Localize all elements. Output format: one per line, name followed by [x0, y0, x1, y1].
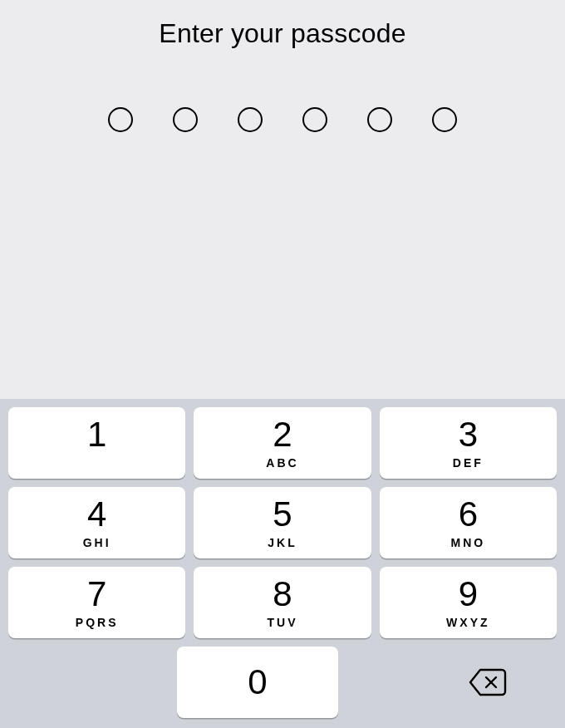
keypad-key-1[interactable]: 1 [8, 407, 185, 479]
keypad-delete-button[interactable] [346, 647, 557, 718]
key-digit: 0 [248, 665, 267, 700]
numeric-keypad: 1 2 ABC 3 DEF 4 GHI 5 JKL 6 MN [0, 399, 565, 728]
keypad-key-6[interactable]: 6 MNO [380, 487, 557, 558]
keypad-row-3: 7 PQRS 8 TUV 9 WXYZ [8, 567, 557, 638]
passcode-dot [302, 107, 327, 132]
key-digit: 3 [459, 417, 478, 452]
keypad-key-5[interactable]: 5 JKL [194, 487, 371, 558]
key-digit: 1 [87, 417, 106, 452]
key-digit: 8 [273, 577, 292, 612]
key-digit: 6 [459, 497, 478, 532]
passcode-dot [238, 107, 263, 132]
key-letters: JKL [268, 537, 297, 548]
keypad-row-4: 0 [8, 647, 557, 718]
key-digit: 4 [87, 497, 106, 532]
key-letters: DEF [453, 457, 484, 469]
passcode-dot [367, 107, 392, 132]
keypad-key-8[interactable]: 8 TUV [194, 567, 371, 638]
passcode-top-area: Enter your passcode [0, 0, 565, 399]
key-letters: WXYZ [446, 617, 489, 628]
key-letters: MNO [450, 537, 485, 548]
key-digit: 2 [273, 417, 292, 452]
passcode-screen: Enter your passcode 1 2 ABC 3 DEF [0, 0, 565, 728]
key-letters: TUV [267, 617, 297, 628]
key-digit: 5 [273, 497, 292, 532]
keypad-key-3[interactable]: 3 DEF [380, 407, 557, 479]
keypad-key-0[interactable]: 0 [177, 647, 337, 718]
keypad-row-2: 4 GHI 5 JKL 6 MNO [8, 487, 557, 558]
key-letters: GHI [83, 537, 111, 548]
keypad-key-7[interactable]: 7 PQRS [8, 567, 185, 638]
key-letters: PQRS [76, 617, 119, 628]
key-letters: ABC [266, 457, 298, 469]
key-digit: 9 [459, 577, 478, 612]
passcode-dot [173, 107, 198, 132]
keypad-key-2[interactable]: 2 ABC [194, 407, 371, 479]
delete-left-icon [469, 668, 507, 696]
keypad-key-4[interactable]: 4 GHI [8, 487, 185, 558]
passcode-dot [432, 107, 457, 132]
key-digit: 7 [87, 577, 106, 612]
keypad-row-1: 1 2 ABC 3 DEF [8, 407, 557, 479]
passcode-dot [108, 107, 133, 132]
keypad-key-9[interactable]: 9 WXYZ [380, 567, 557, 638]
passcode-title: Enter your passcode [159, 18, 405, 49]
passcode-dots-row [108, 107, 457, 132]
keypad-spacer [8, 647, 169, 718]
